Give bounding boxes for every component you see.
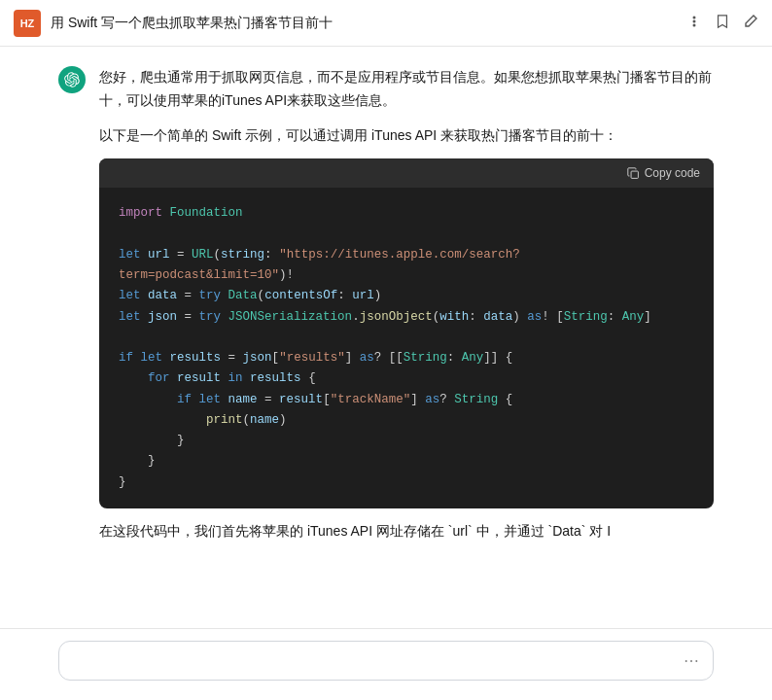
ai-intro-text: 您好，爬虫通常用于抓取网页信息，而不是应用程序或节目信息。如果您想抓取苹果热门播… [99,66,714,113]
top-bar: HZ 用 Swift 写一个爬虫抓取苹果热门播客节目前十 [0,0,772,47]
chat-input-container: ⋯ [0,628,772,700]
page-title: 用 Swift 写一个爬虫抓取苹果热门播客节目前十 [51,15,333,32]
top-bar-left: HZ 用 Swift 写一个爬虫抓取苹果热门播客节目前十 [14,10,333,37]
chat-input-box: ⋯ [58,641,714,681]
svg-point-2 [693,23,696,26]
ai-lead-text: 以下是一个简单的 Swift 示例，可以通过调用 iTunes API 来获取热… [99,124,714,148]
code-block-header: Copy code [99,158,714,188]
ai-avatar [58,66,86,93]
ai-body: 您好，爬虫通常用于抓取网页信息，而不是应用程序或节目信息。如果您想抓取苹果热门播… [99,66,714,555]
chat-input[interactable] [73,653,676,669]
ai-response: 您好，爬虫通常用于抓取网页信息，而不是应用程序或节目信息。如果您想抓取苹果热门播… [58,66,714,555]
user-avatar: HZ [14,10,41,37]
more-options-icon[interactable]: ⋯ [684,651,699,670]
code-block: Copy code import Foundation let url = UR… [99,158,714,508]
top-bar-icons [686,14,758,33]
svg-rect-3 [631,171,638,178]
settings-icon[interactable] [686,14,702,33]
svg-point-1 [693,16,696,18]
edit-icon[interactable] [743,14,758,33]
bookmark-icon[interactable] [716,14,729,33]
copy-code-button[interactable]: Copy code [627,166,700,180]
code-content: import Foundation let url = URL(string: … [99,188,714,508]
svg-point-0 [693,19,696,22]
main-content: 您好，爬虫通常用于抓取网页信息，而不是应用程序或节目信息。如果您想抓取苹果热门播… [0,47,772,594]
footer-text: 在这段代码中，我们首先将苹果的 iTunes API 网址存储在 `url` 中… [99,520,714,543]
